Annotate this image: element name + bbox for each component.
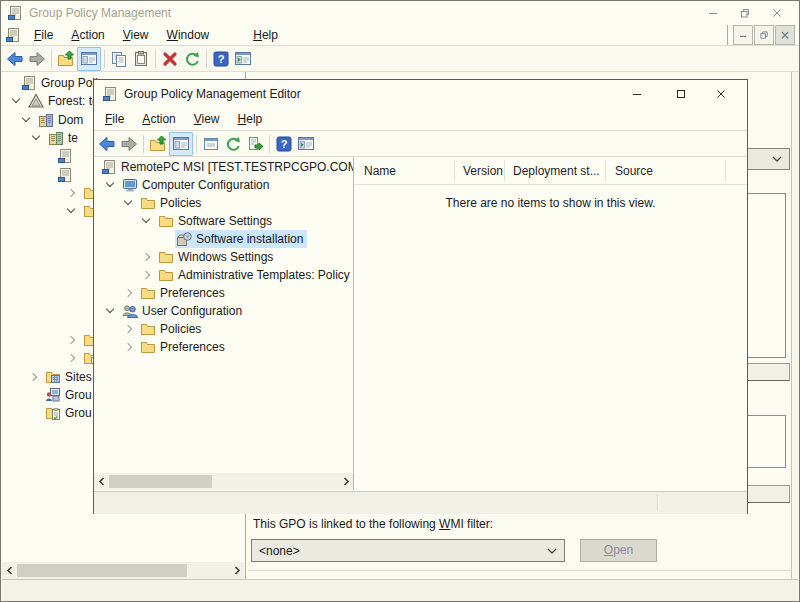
chevron-down-icon xyxy=(547,548,557,554)
scrollbar-thumb[interactable] xyxy=(109,475,212,488)
editor-maximize-button[interactable] xyxy=(659,83,703,105)
console-tree-icon xyxy=(172,135,190,153)
editor-menu-view[interactable]: View xyxy=(185,110,229,128)
scroll-left-arrow-icon[interactable] xyxy=(2,562,17,579)
gpmc-console-icon xyxy=(21,75,37,91)
menu-window[interactable]: Window xyxy=(158,26,219,44)
tree-item-windows-settings[interactable]: Windows Settings xyxy=(94,248,353,266)
expander-icon[interactable] xyxy=(123,288,133,298)
expander-icon[interactable] xyxy=(66,353,76,363)
column-header-name[interactable]: Name xyxy=(364,157,396,184)
mdi-restore-button[interactable] xyxy=(754,25,774,45)
folder-icon xyxy=(140,321,156,337)
svg-text:?: ? xyxy=(281,138,288,150)
editor-tree-horizontal-scrollbar[interactable] xyxy=(94,473,353,490)
column-separator[interactable] xyxy=(605,160,606,181)
tree-item-software-installation[interactable]: Software installation xyxy=(94,230,353,248)
menu-view[interactable]: View xyxy=(114,26,158,44)
up-one-level-button[interactable] xyxy=(55,48,77,70)
forward-button[interactable] xyxy=(26,48,48,70)
expander-icon[interactable] xyxy=(123,198,133,208)
help-button[interactable]: ? xyxy=(273,133,295,155)
minimize-button[interactable] xyxy=(697,2,729,24)
editor-close-button[interactable] xyxy=(703,83,739,105)
expander-icon[interactable] xyxy=(105,180,115,190)
menu-help[interactable]: Help xyxy=(244,26,287,44)
forest-icon xyxy=(28,93,44,109)
folder-icon xyxy=(158,267,174,283)
paste-button[interactable] xyxy=(130,48,152,70)
column-header-source[interactable]: Source xyxy=(615,157,653,184)
restore-button[interactable] xyxy=(729,2,761,24)
column-separator[interactable] xyxy=(504,160,505,181)
editor-menu-file[interactable]: File xyxy=(96,110,133,128)
tree-item-computer-configuration[interactable]: Computer Configuration xyxy=(94,176,353,194)
close-button[interactable] xyxy=(761,2,793,24)
folder-icon xyxy=(140,285,156,301)
user-icon xyxy=(122,303,138,319)
forward-button[interactable] xyxy=(118,133,140,155)
wmi-filter-value: <none> xyxy=(259,544,300,558)
tree-item-preferences[interactable]: Preferences xyxy=(94,284,353,302)
folder-icon xyxy=(140,195,156,211)
tree-item-administrative-templates[interactable]: Administrative Templates: Policy xyxy=(94,266,353,284)
editor-menu-action[interactable]: Action xyxy=(133,110,184,128)
expander-icon[interactable] xyxy=(11,96,21,106)
column-header-deployment-state[interactable]: Deployment st... xyxy=(513,157,600,184)
editor-menu-help[interactable]: Help xyxy=(229,110,272,128)
expander-icon[interactable] xyxy=(21,115,31,125)
back-button[interactable] xyxy=(96,133,118,155)
scroll-right-arrow-icon[interactable] xyxy=(338,473,353,490)
tree-item-user-configuration[interactable]: User Configuration xyxy=(94,302,353,320)
help-button[interactable]: ? xyxy=(210,48,232,70)
show-console-tree-button[interactable] xyxy=(77,47,101,71)
back-icon xyxy=(98,135,116,153)
refresh-button[interactable] xyxy=(222,133,244,155)
open-button[interactable]: Open xyxy=(580,539,657,562)
column-separator[interactable] xyxy=(725,160,726,181)
expander-icon[interactable] xyxy=(28,372,38,382)
scroll-right-arrow-icon[interactable] xyxy=(229,562,244,579)
editor-minimize-button[interactable] xyxy=(615,83,659,105)
expander-icon[interactable] xyxy=(31,133,41,143)
expander-icon[interactable] xyxy=(66,188,76,198)
menu-file[interactable]: File xyxy=(25,26,62,44)
expander-icon[interactable] xyxy=(141,252,151,262)
scroll-left-arrow-icon[interactable] xyxy=(94,473,109,490)
expander-icon[interactable] xyxy=(141,270,151,280)
show-console-tree-button[interactable] xyxy=(169,132,193,156)
column-header-version[interactable]: Version xyxy=(463,157,503,184)
up-folder-icon xyxy=(57,50,75,68)
expander-icon[interactable] xyxy=(141,216,151,226)
expander-icon[interactable] xyxy=(66,335,76,345)
column-separator[interactable] xyxy=(454,160,455,181)
refresh-button[interactable] xyxy=(181,48,203,70)
expander-icon[interactable] xyxy=(123,342,133,352)
properties-button[interactable] xyxy=(200,133,222,155)
menu-action[interactable]: Action xyxy=(62,26,113,44)
tree-item-policies[interactable]: Policies xyxy=(94,194,353,212)
tree-item-gpo-root[interactable]: RemotePC MSI [TEST.TESTRPCGPO.COM] P xyxy=(94,158,353,176)
back-button[interactable] xyxy=(4,48,26,70)
gpmc-main-window: Group Policy Management File Action View… xyxy=(0,0,800,602)
copy-button[interactable] xyxy=(108,48,130,70)
computer-icon xyxy=(122,177,138,193)
wmi-filter-dropdown[interactable]: <none> xyxy=(251,539,565,562)
tree-horizontal-scrollbar[interactable] xyxy=(2,562,244,579)
scrollbar-thumb[interactable] xyxy=(17,564,187,577)
toolbar-separator xyxy=(155,50,156,68)
expander-icon[interactable] xyxy=(123,324,133,334)
tree-item-software-settings[interactable]: Software Settings xyxy=(94,212,353,230)
tree-item-user-policies[interactable]: Policies xyxy=(94,320,353,338)
tree-item-user-preferences[interactable]: Preferences xyxy=(94,338,353,356)
mdi-minimize-button[interactable] xyxy=(733,25,753,45)
export-list-button[interactable] xyxy=(244,133,266,155)
console-window-button[interactable] xyxy=(232,48,254,70)
refresh-icon xyxy=(183,50,201,68)
mdi-close-button[interactable] xyxy=(775,25,795,45)
up-one-level-button[interactable] xyxy=(147,133,169,155)
console-window-button[interactable] xyxy=(295,133,317,155)
delete-button[interactable] xyxy=(159,48,181,70)
expander-icon[interactable] xyxy=(66,206,76,216)
expander-icon[interactable] xyxy=(105,306,115,316)
